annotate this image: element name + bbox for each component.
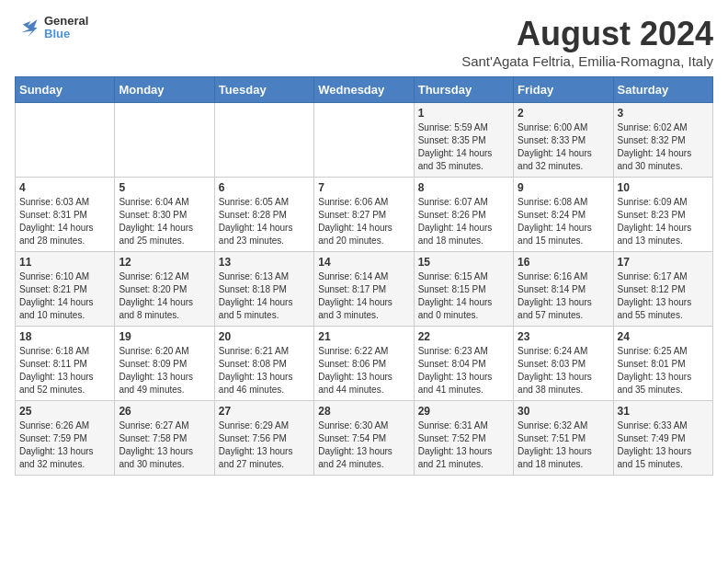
calendar-cell: 18Sunrise: 6:18 AM Sunset: 8:11 PM Dayli… [16,327,115,401]
calendar-cell: 7Sunrise: 6:06 AM Sunset: 8:27 PM Daylig… [314,178,414,252]
day-info: Sunrise: 6:31 AM Sunset: 7:52 PM Dayligh… [418,419,509,471]
day-number: 22 [418,330,509,343]
calendar-cell: 19Sunrise: 6:20 AM Sunset: 8:09 PM Dayli… [115,327,214,401]
calendar-cell: 12Sunrise: 6:12 AM Sunset: 8:20 PM Dayli… [115,252,214,327]
day-number: 27 [219,405,310,418]
day-info: Sunrise: 6:14 AM Sunset: 8:17 PM Dayligh… [318,270,409,322]
calendar-cell: 20Sunrise: 6:21 AM Sunset: 8:08 PM Dayli… [214,327,313,401]
day-info: Sunrise: 6:21 AM Sunset: 8:08 PM Dayligh… [219,345,310,396]
calendar-cell: 10Sunrise: 6:09 AM Sunset: 8:23 PM Dayli… [613,178,712,252]
day-info: Sunrise: 6:10 AM Sunset: 8:21 PM Dayligh… [19,270,110,322]
day-of-week-header: Thursday [414,77,513,103]
logo-line1: General [44,15,88,28]
day-number: 13 [219,256,310,269]
day-info: Sunrise: 6:03 AM Sunset: 8:31 PM Dayligh… [19,196,110,247]
day-number: 19 [119,330,210,343]
calendar-cell: 9Sunrise: 6:08 AM Sunset: 8:24 PM Daylig… [514,178,613,252]
day-info: Sunrise: 6:04 AM Sunset: 8:30 PM Dayligh… [119,196,210,247]
day-number: 30 [518,405,609,418]
calendar-cell: 3Sunrise: 6:02 AM Sunset: 8:32 PM Daylig… [613,103,712,178]
calendar-cell: 17Sunrise: 6:17 AM Sunset: 8:12 PM Dayli… [613,252,712,327]
calendar-cell: 14Sunrise: 6:14 AM Sunset: 8:17 PM Dayli… [314,252,414,327]
calendar-cell: 15Sunrise: 6:15 AM Sunset: 8:15 PM Dayli… [414,252,513,327]
day-info: Sunrise: 6:32 AM Sunset: 7:51 PM Dayligh… [518,419,609,471]
day-of-week-header: Wednesday [314,77,414,103]
calendar-cell: 26Sunrise: 6:27 AM Sunset: 7:58 PM Dayli… [115,401,214,476]
day-number: 2 [518,107,609,120]
calendar-cell [16,103,115,178]
day-number: 25 [19,405,110,418]
day-info: Sunrise: 6:12 AM Sunset: 8:20 PM Dayligh… [119,270,210,322]
day-info: Sunrise: 6:29 AM Sunset: 7:56 PM Dayligh… [219,419,310,471]
day-info: Sunrise: 6:17 AM Sunset: 8:12 PM Dayligh… [618,270,709,322]
day-number: 6 [219,181,310,194]
day-info: Sunrise: 6:13 AM Sunset: 8:18 PM Dayligh… [219,270,310,322]
day-info: Sunrise: 6:20 AM Sunset: 8:09 PM Dayligh… [119,345,210,396]
day-info: Sunrise: 6:00 AM Sunset: 8:33 PM Dayligh… [518,121,609,173]
logo: General Blue [15,15,88,41]
calendar-cell: 23Sunrise: 6:24 AM Sunset: 8:03 PM Dayli… [514,327,613,401]
day-info: Sunrise: 6:07 AM Sunset: 8:26 PM Dayligh… [418,196,509,247]
calendar-cell: 1Sunrise: 5:59 AM Sunset: 8:35 PM Daylig… [414,103,513,178]
day-info: Sunrise: 6:18 AM Sunset: 8:11 PM Dayligh… [19,345,110,396]
day-info: Sunrise: 6:15 AM Sunset: 8:15 PM Dayligh… [418,270,509,322]
day-number: 17 [618,256,709,269]
calendar-cell: 6Sunrise: 6:05 AM Sunset: 8:28 PM Daylig… [214,178,313,252]
day-info: Sunrise: 6:06 AM Sunset: 8:27 PM Dayligh… [318,196,409,247]
day-number: 26 [119,405,210,418]
logo-icon [15,15,40,40]
day-info: Sunrise: 6:02 AM Sunset: 8:32 PM Dayligh… [618,121,709,173]
calendar-cell: 28Sunrise: 6:30 AM Sunset: 7:54 PM Dayli… [314,401,414,476]
day-number: 3 [618,107,709,120]
day-number: 28 [318,405,409,418]
calendar-cell: 25Sunrise: 6:26 AM Sunset: 7:59 PM Dayli… [16,401,115,476]
day-info: Sunrise: 6:33 AM Sunset: 7:49 PM Dayligh… [618,419,709,471]
logo-text: General Blue [44,15,88,41]
month-year: August 2024 [461,15,713,53]
calendar-cell: 2Sunrise: 6:00 AM Sunset: 8:33 PM Daylig… [514,103,613,178]
day-number: 9 [518,181,609,194]
calendar-cell: 16Sunrise: 6:16 AM Sunset: 8:14 PM Dayli… [514,252,613,327]
day-info: Sunrise: 6:09 AM Sunset: 8:23 PM Dayligh… [618,196,709,247]
svg-marker-0 [21,20,38,38]
day-of-week-header: Sunday [16,77,115,103]
calendar-cell [115,103,214,178]
day-info: Sunrise: 6:05 AM Sunset: 8:28 PM Dayligh… [219,196,310,247]
day-number: 29 [418,405,509,418]
day-info: Sunrise: 6:22 AM Sunset: 8:06 PM Dayligh… [318,345,409,396]
day-number: 5 [119,181,210,194]
day-number: 23 [518,330,609,343]
calendar-cell: 11Sunrise: 6:10 AM Sunset: 8:21 PM Dayli… [16,252,115,327]
calendar-cell: 30Sunrise: 6:32 AM Sunset: 7:51 PM Dayli… [514,401,613,476]
day-number: 12 [119,256,210,269]
day-number: 24 [618,330,709,343]
day-info: Sunrise: 6:25 AM Sunset: 8:01 PM Dayligh… [618,345,709,396]
day-of-week-header: Friday [514,77,613,103]
calendar-cell: 8Sunrise: 6:07 AM Sunset: 8:26 PM Daylig… [414,178,513,252]
day-info: Sunrise: 6:23 AM Sunset: 8:04 PM Dayligh… [418,345,509,396]
day-of-week-header: Tuesday [214,77,313,103]
logo-line2: Blue [44,28,88,40]
calendar-cell: 5Sunrise: 6:04 AM Sunset: 8:30 PM Daylig… [115,178,214,252]
calendar-table: SundayMondayTuesdayWednesdayThursdayFrid… [15,76,713,476]
calendar-cell: 21Sunrise: 6:22 AM Sunset: 8:06 PM Dayli… [314,327,414,401]
day-info: Sunrise: 6:27 AM Sunset: 7:58 PM Dayligh… [119,419,210,471]
calendar-cell [314,103,414,178]
calendar-cell: 22Sunrise: 6:23 AM Sunset: 8:04 PM Dayli… [414,327,513,401]
location: Sant'Agata Feltria, Emilia-Romagna, Ital… [461,53,713,69]
day-number: 21 [318,330,409,343]
day-number: 31 [618,405,709,418]
calendar-cell: 4Sunrise: 6:03 AM Sunset: 8:31 PM Daylig… [16,178,115,252]
calendar-cell: 31Sunrise: 6:33 AM Sunset: 7:49 PM Dayli… [613,401,712,476]
day-info: Sunrise: 6:08 AM Sunset: 8:24 PM Dayligh… [518,196,609,247]
day-number: 8 [418,181,509,194]
day-number: 4 [19,181,110,194]
day-number: 18 [19,330,110,343]
day-of-week-header: Monday [115,77,214,103]
day-info: Sunrise: 5:59 AM Sunset: 8:35 PM Dayligh… [418,121,509,173]
calendar-cell: 24Sunrise: 6:25 AM Sunset: 8:01 PM Dayli… [613,327,712,401]
day-of-week-header: Saturday [613,77,712,103]
day-number: 1 [418,107,509,120]
calendar-cell: 29Sunrise: 6:31 AM Sunset: 7:52 PM Dayli… [414,401,513,476]
day-info: Sunrise: 6:24 AM Sunset: 8:03 PM Dayligh… [518,345,609,396]
